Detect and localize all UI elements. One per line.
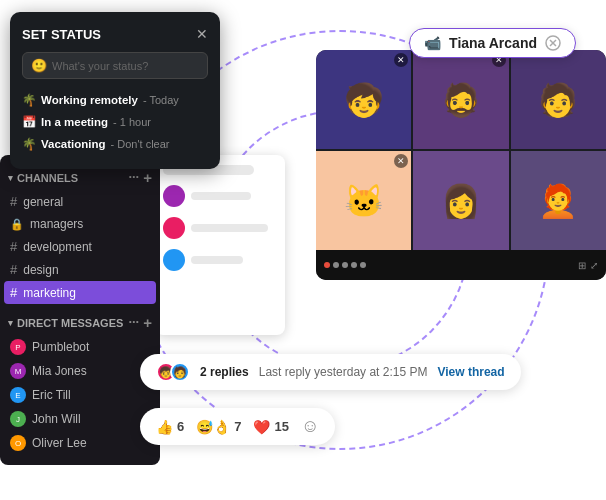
sweat-emoji: 😅👌 [196,419,230,435]
status-time-0: - Today [143,94,179,106]
dm-name-mia: Mia Jones [32,364,87,378]
video-cell-2: 🧑 [511,50,606,149]
channels-label: CHANNELS [17,172,78,184]
status-item-1[interactable]: 📅 In a meeting - 1 hour [22,111,208,133]
add-reaction-button[interactable]: ☺ [301,416,319,437]
hash-icon: # [10,239,17,254]
chat-line-4 [191,256,243,264]
video-panel: 🧒 ✕ 🧔 ✕ 🧑 🐱 ✕ 👩 🧑‍🦰 ⊞ [316,50,606,280]
sidebar: ▾ CHANNELS ··· + # general 🔒 managers # … [0,155,160,465]
heart-emoji: ❤️ [253,419,270,435]
video-cell-3: 🐱 ✕ [316,151,411,250]
add-dm-icon[interactable]: + [143,314,152,331]
tiana-close-button[interactable] [545,35,561,51]
channel-name-design: design [23,263,58,277]
dm-name-oliver: Oliver Lee [32,436,87,450]
status-item-2[interactable]: 🌴 Vacationing - Don't clear [22,133,208,155]
dm-pumblebot[interactable]: P Pumblebot [0,335,160,359]
video-grid: 🧒 ✕ 🧔 ✕ 🧑 🐱 ✕ 👩 🧑‍🦰 [316,50,606,250]
replies-count: 2 replies [200,365,249,379]
status-time-1: - 1 hour [113,116,151,128]
dm-label: DIRECT MESSAGES [17,317,123,329]
set-status-close-button[interactable]: ✕ [196,26,208,42]
reaction-thumbsup[interactable]: 👍 6 [156,419,184,435]
status-input[interactable]: 🙂 What's your status? [22,52,208,79]
hash-icon: # [10,194,17,209]
cam-dot[interactable] [342,262,348,268]
status-emoji-0: 🌴 [22,93,36,107]
view-thread-link[interactable]: View thread [437,365,504,379]
status-item-0[interactable]: 🌴 Working remotely - Today [22,89,208,111]
dm-avatar-mia: M [10,363,26,379]
channel-name-marketing: marketing [23,286,76,300]
dm-name-john: John Will [32,412,81,426]
chat-line-2 [191,192,251,200]
reaction-sweat[interactable]: 😅👌 7 [196,419,241,435]
channel-name-managers: managers [30,217,83,231]
video-cell-close-3[interactable]: ✕ [394,154,408,168]
more-icon[interactable]: ··· [128,169,139,186]
mute-dot[interactable] [333,262,339,268]
chat-line-3 [191,224,268,232]
channel-managers[interactable]: 🔒 managers [0,213,160,235]
dm-oliver-lee[interactable]: O Oliver Lee [0,431,160,455]
video-cell-close-0[interactable]: ✕ [394,53,408,67]
thumbsup-emoji: 👍 [156,419,173,435]
dm-mia-jones[interactable]: M Mia Jones [0,359,160,383]
video-cam-icon: 📹 [424,35,441,51]
chat-panel [155,155,285,335]
status-time-2: - Don't clear [111,138,170,150]
chevron-down-icon: ▾ [8,318,13,328]
status-name-0: Working remotely [41,94,138,106]
channel-development[interactable]: # development [0,235,160,258]
chat-avatar-2 [163,217,185,239]
dm-eric-till[interactable]: E Eric Till [0,383,160,407]
tiana-name: Tiana Arcand [449,35,537,51]
reaction-heart[interactable]: ❤️ 15 [253,419,288,435]
dm-avatar-pumblebot: P [10,339,26,355]
status-name-2: Vacationing [41,138,106,150]
smiley-icon: 🙂 [31,58,47,73]
video-cell-4: 👩 [413,151,508,250]
chevron-down-icon: ▾ [8,173,13,183]
replies-avatars: 🧒 🧑 [156,362,190,382]
expand-icon[interactable]: ⤢ [590,260,598,271]
chat-row-1 [163,185,277,207]
chat-row-2 [163,217,277,239]
status-name-1: In a meeting [41,116,108,128]
dm-name-pumblebot: Pumblebot [32,340,89,354]
dm-name-eric: Eric Till [32,388,71,402]
share-dot[interactable] [351,262,357,268]
status-placeholder: What's your status? [52,60,148,72]
channel-design[interactable]: # design [0,258,160,281]
more-icon[interactable]: ··· [128,314,139,331]
lock-icon: 🔒 [10,218,24,231]
more-dot[interactable] [360,262,366,268]
dm-section-header[interactable]: ▾ DIRECT MESSAGES ··· + [0,310,160,335]
dm-john-will[interactable]: J John Will [0,407,160,431]
stop-dot[interactable] [324,262,330,268]
video-cell-0: 🧒 ✕ [316,50,411,149]
sweat-count: 7 [234,419,241,434]
channel-general[interactable]: # general [0,190,160,213]
set-status-popup: SET STATUS ✕ 🙂 What's your status? 🌴 Wor… [10,12,220,169]
set-status-header: SET STATUS ✕ [22,26,208,42]
dm-avatar-eric: E [10,387,26,403]
video-bar: ⊞ ⤢ [316,250,606,280]
grid-icon[interactable]: ⊞ [578,260,586,271]
dm-avatar-oliver: O [10,435,26,451]
hash-icon: # [10,262,17,277]
hash-icon: # [10,285,17,300]
video-avatar-0: 🧒 [344,84,384,116]
video-cell-5: 🧑‍🦰 [511,151,606,250]
add-channel-icon[interactable]: + [143,169,152,186]
set-status-title: SET STATUS [22,27,101,42]
channel-name-general: general [23,195,63,209]
chat-row-3 [163,249,277,271]
tiana-arcand-bubble: 📹 Tiana Arcand [409,28,576,58]
channel-marketing[interactable]: # marketing [4,281,156,304]
video-avatar-5: 🧑‍🦰 [538,185,578,217]
dm-avatar-john: J [10,411,26,427]
close-circle-icon [545,35,561,51]
replies-bar: 🧒 🧑 2 replies Last reply yesterday at 2:… [140,354,521,390]
